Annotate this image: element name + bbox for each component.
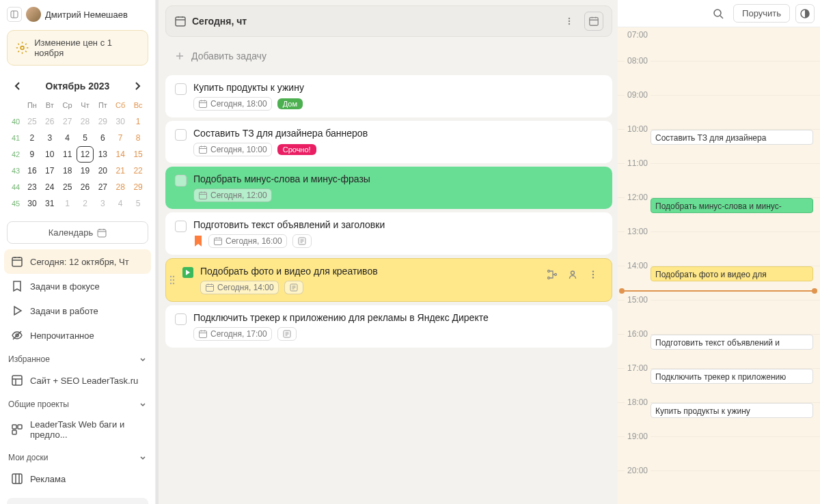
sidebar-collapse-button[interactable]: [7, 7, 22, 22]
task-checkbox[interactable]: [175, 313, 187, 325]
hour-label: 07:00: [625, 30, 651, 40]
calendar-day[interactable]: 29: [94, 113, 111, 130]
assign-button[interactable]: Поручить: [733, 4, 790, 23]
task-checkbox[interactable]: [175, 221, 187, 232]
calendar-day[interactable]: 31: [41, 195, 59, 212]
calendar-day[interactable]: 22: [129, 163, 147, 179]
svg-point-31: [571, 271, 575, 275]
calendar-day[interactable]: 27: [94, 179, 111, 195]
calendar-day[interactable]: 13: [94, 146, 111, 163]
nav-today[interactable]: Сегодня: 12 октября, Чт: [4, 249, 151, 274]
timeline-block[interactable]: Подключить трекер к приложению: [651, 369, 813, 384]
calendar-day[interactable]: 28: [77, 113, 94, 130]
pricing-banner[interactable]: Изменение цен с 1 ноября: [7, 30, 148, 66]
calendar-day[interactable]: 20: [94, 163, 111, 179]
calendar-day[interactable]: 8: [129, 130, 147, 146]
calendar-day[interactable]: 16: [23, 163, 41, 179]
fav-item-site-seo[interactable]: Сайт + SEO LeaderTask.ru: [4, 368, 151, 393]
nav-work[interactable]: Задачи в работе: [4, 298, 151, 323]
calendar-day[interactable]: 10: [41, 146, 59, 163]
calendar-day[interactable]: 11: [59, 146, 77, 163]
hour-row[interactable]: 20:00: [618, 471, 820, 504]
calendar-day[interactable]: 5: [129, 195, 147, 212]
task-row[interactable]: Подключить трекер к приложению для рекла…: [165, 305, 612, 348]
calendar-day[interactable]: 2: [77, 195, 94, 212]
task-tag: Срочно!: [277, 144, 316, 155]
task-row[interactable]: Подобрать фото и видео для креативов Сег…: [165, 258, 612, 302]
weekday-label: Пт: [94, 97, 111, 113]
task-time-chip: Сегодня, 12:00: [193, 188, 272, 202]
section-shared[interactable]: Общие проекты: [4, 393, 151, 413]
calendar-title: Октябрь 2023: [46, 81, 110, 92]
more-options-button[interactable]: [560, 12, 579, 31]
calendar-day[interactable]: 7: [111, 130, 129, 146]
calendar-button[interactable]: Календарь: [7, 221, 148, 244]
banner-text: Изменение цен с 1 ноября: [34, 38, 139, 58]
search-button[interactable]: [709, 4, 728, 23]
board-item-ads[interactable]: Реклама: [4, 466, 151, 491]
task-play-button[interactable]: [182, 267, 193, 278]
calendar-day[interactable]: 2: [23, 130, 41, 146]
task-row[interactable]: Подобрать минус-слова и минус-фразы Сего…: [165, 167, 612, 209]
calendar-day[interactable]: 17: [41, 163, 59, 179]
calendar-day[interactable]: 25: [59, 179, 77, 195]
weekday-label: Чт: [77, 97, 94, 113]
drag-handle-icon[interactable]: [169, 275, 176, 285]
calendar-day[interactable]: 6: [94, 130, 111, 146]
calendar-day[interactable]: 23: [23, 179, 41, 195]
calendar-day[interactable]: 21: [111, 163, 129, 179]
task-checkbox[interactable]: [175, 83, 187, 95]
task-row[interactable]: Подготовить текст объявлений и заголовки…: [165, 212, 612, 255]
svg-point-32: [592, 270, 594, 272]
timeline-block[interactable]: Составить ТЗ для дизайнера: [651, 130, 813, 145]
calendar-day[interactable]: 14: [111, 146, 129, 163]
timeline-block[interactable]: Подобрать минус-слова и минус-: [651, 198, 813, 213]
add-task-input[interactable]: Добавить задачу: [165, 42, 612, 70]
section-boards[interactable]: Мои доски: [4, 446, 151, 466]
calendar-day[interactable]: 28: [111, 179, 129, 195]
task-checkbox[interactable]: [175, 129, 187, 141]
calendar-day[interactable]: 26: [41, 113, 59, 130]
calendar-day[interactable]: 4: [111, 195, 129, 212]
task-time-chip: Сегодня, 17:00: [193, 327, 272, 341]
calendar-day[interactable]: 24: [41, 179, 59, 195]
calendar-day[interactable]: 15: [129, 146, 147, 163]
calendar-day[interactable]: 30: [23, 195, 41, 212]
calendar-day[interactable]: 5: [77, 130, 94, 146]
task-row[interactable]: Составить ТЗ для дизайнера баннеров Сего…: [165, 121, 612, 163]
user-avatar[interactable]: [26, 7, 41, 22]
task-assign-button[interactable]: [564, 266, 582, 283]
calendar-day[interactable]: 18: [59, 163, 77, 179]
calendar-day[interactable]: 19: [77, 163, 94, 179]
calendar-day[interactable]: 3: [94, 195, 111, 212]
calendar-day[interactable]: 9: [23, 146, 41, 163]
task-more-button[interactable]: [584, 266, 602, 283]
timeline-block[interactable]: Подобрать фото и видео для: [651, 266, 813, 281]
calendar-day[interactable]: 1: [59, 195, 77, 212]
calendar-day[interactable]: 26: [77, 179, 94, 195]
section-favorites[interactable]: Избранное: [4, 348, 151, 368]
calendar-day[interactable]: 29: [129, 179, 147, 195]
task-subtasks-button[interactable]: [543, 266, 561, 283]
timeline-block[interactable]: Купить продукты к ужину: [651, 403, 813, 418]
calendar-day[interactable]: 12: [77, 146, 94, 163]
calendar-day[interactable]: 4: [59, 130, 77, 146]
calendar-day[interactable]: 3: [41, 130, 59, 146]
task-row[interactable]: Купить продукты к ужину Сегодня, 18:00До…: [165, 75, 612, 117]
calendar-day[interactable]: 25: [23, 113, 41, 130]
nav-unread[interactable]: Непрочитанное: [4, 323, 151, 348]
calendar-day[interactable]: 27: [59, 113, 77, 130]
timeline-block[interactable]: Подготовить текст объявлений и: [651, 335, 813, 350]
calendar-day[interactable]: 1: [129, 113, 147, 130]
prev-month-button[interactable]: [11, 79, 25, 93]
task-checkbox[interactable]: [175, 175, 187, 186]
nav-focus[interactable]: Задачи в фокусе: [4, 274, 151, 298]
svg-rect-6: [12, 425, 16, 429]
shared-item-bugs[interactable]: LeaderTask Web баги и предло...: [4, 413, 151, 446]
note-icon: [282, 329, 292, 339]
theme-toggle-button[interactable]: [795, 4, 815, 23]
next-month-button[interactable]: [131, 79, 144, 93]
calendar-view-button[interactable]: [584, 12, 603, 31]
calendar-day[interactable]: 30: [111, 113, 129, 130]
add-button[interactable]: Добавить +: [7, 498, 148, 504]
